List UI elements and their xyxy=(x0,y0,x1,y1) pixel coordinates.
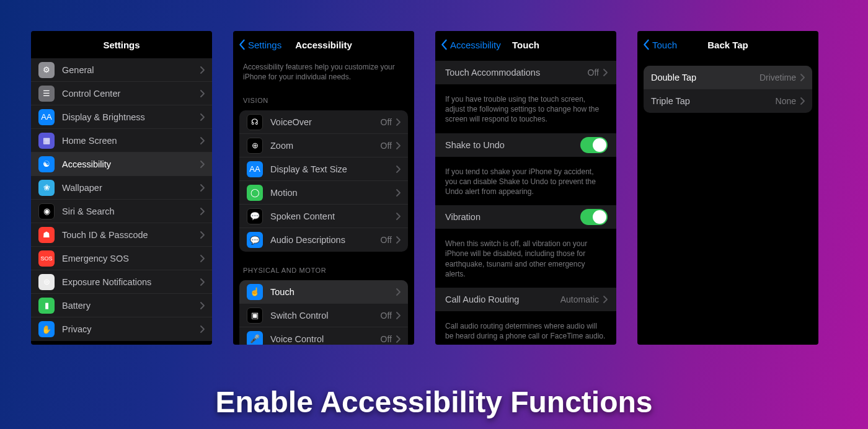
section-header: VISION xyxy=(233,88,414,108)
chevron-right-icon xyxy=(396,213,401,220)
chevron-right-icon xyxy=(603,69,608,76)
caption: Enable Accessibility Functions xyxy=(0,385,868,419)
settings-row[interactable]: ▣Switch ControlOff xyxy=(239,304,408,327)
settings-row[interactable]: ❀Wallpaper xyxy=(31,176,212,200)
row-label: Double Tap xyxy=(651,73,760,82)
settings-row[interactable]: 💬Spoken Content xyxy=(239,205,408,228)
app-icon: 💬 xyxy=(247,208,263,224)
row-label: Touch ID & Passcode xyxy=(62,230,200,240)
settings-row[interactable]: Touch AccommodationsOff xyxy=(435,61,616,84)
row-value: Off xyxy=(381,334,392,344)
back-button[interactable]: Accessibility xyxy=(440,39,501,50)
settings-row[interactable]: ▦Home Screen xyxy=(31,129,212,153)
settings-row[interactable]: ⚙General xyxy=(31,58,212,82)
app-icon: 💬 xyxy=(247,232,263,248)
app-icon: ⊕ xyxy=(247,138,263,154)
app-icon: ❀ xyxy=(38,180,55,196)
chevron-right-icon xyxy=(200,231,205,239)
settings-row[interactable]: Triple TapNone xyxy=(644,89,812,113)
settings-row[interactable]: ☊VoiceOverOff xyxy=(239,110,408,134)
screen-backtap: Touch Back Tap Double TapDrivetimeTriple… xyxy=(637,31,818,345)
chevron-right-icon xyxy=(200,278,205,286)
settings-row[interactable]: Vibration xyxy=(435,205,616,229)
row-value: Off xyxy=(381,311,392,321)
section-description: When this switch is off, all vibration o… xyxy=(435,235,616,285)
settings-row[interactable]: ◉Siri & Search xyxy=(31,200,212,223)
screen-accessibility: Settings Accessibility Accessibility fea… xyxy=(233,31,414,345)
app-icon: AA xyxy=(247,161,263,177)
section-description: Accessibility features help you customiz… xyxy=(233,58,414,88)
row-label: Display & Text Size xyxy=(270,164,396,174)
chevron-right-icon xyxy=(200,184,205,192)
page-title: Settings xyxy=(31,40,212,50)
settings-row[interactable]: SOSEmergency SOS xyxy=(31,247,212,270)
settings-row[interactable]: ⊕ZoomOff xyxy=(239,134,408,157)
chevron-right-icon xyxy=(200,90,205,97)
screen-settings: Settings ⚙General☰Control CenterAADispla… xyxy=(31,31,212,345)
chevron-right-icon xyxy=(396,312,401,319)
row-label: Shake to Undo xyxy=(445,140,580,150)
settings-row[interactable]: Call Audio RoutingAutomatic xyxy=(435,288,616,311)
row-label: Accessibility xyxy=(62,159,200,169)
settings-row[interactable]: ✋Privacy xyxy=(31,317,212,341)
section-description: If you tend to shake your iPhone by acci… xyxy=(435,163,616,203)
settings-row[interactable]: ☰Control Center xyxy=(31,82,212,105)
chevron-right-icon xyxy=(603,296,608,303)
chevron-right-icon xyxy=(800,97,805,105)
row-value: Off xyxy=(381,235,392,245)
chevron-right-icon xyxy=(200,255,205,262)
row-value: Off xyxy=(381,141,392,151)
back-label: Settings xyxy=(248,40,281,50)
chevron-right-icon xyxy=(396,236,401,244)
nav-bar: Accessibility Touch xyxy=(435,31,616,58)
app-icon: ☰ xyxy=(38,86,55,102)
row-label: Switch Control xyxy=(270,311,381,321)
nav-bar: Touch Back Tap xyxy=(637,31,818,58)
settings-row[interactable]: 💬Audio DescriptionsOff xyxy=(239,228,408,252)
settings-row[interactable]: Shake to Undo xyxy=(435,133,616,157)
nav-bar: Settings Accessibility xyxy=(233,31,414,58)
settings-row[interactable]: ◯Motion xyxy=(239,181,408,205)
chevron-right-icon xyxy=(800,74,805,81)
row-value: Off xyxy=(588,68,599,77)
chevron-right-icon xyxy=(200,325,205,333)
back-button[interactable]: Settings xyxy=(238,39,281,50)
row-value: Automatic xyxy=(560,294,599,304)
app-icon: ☗ xyxy=(38,227,55,243)
app-icon: ✋ xyxy=(38,321,55,337)
settings-row[interactable]: ☝Touch xyxy=(239,280,408,304)
settings-row[interactable]: ⊚Exposure Notifications xyxy=(31,270,212,294)
row-label: Privacy xyxy=(62,324,200,334)
settings-row[interactable]: Double TapDrivetime xyxy=(644,66,812,89)
row-label: Touch xyxy=(270,287,396,297)
chevron-right-icon xyxy=(200,161,205,168)
settings-row[interactable]: ☯Accessibility xyxy=(31,153,212,176)
toggle-switch[interactable] xyxy=(580,209,608,225)
row-label: Touch Accommodations xyxy=(445,68,588,77)
back-label: Touch xyxy=(652,40,677,50)
app-icon: ☊ xyxy=(247,114,263,130)
settings-row[interactable]: 🎤Voice ControlOff xyxy=(239,327,408,345)
row-value: None xyxy=(776,96,796,106)
app-icon: ⊚ xyxy=(38,274,55,290)
settings-row[interactable]: AADisplay & Text Size xyxy=(239,157,408,181)
section-description: Call audio routing determines where audi… xyxy=(435,317,616,345)
settings-row[interactable]: ☗Touch ID & Passcode xyxy=(31,223,212,247)
row-label: General xyxy=(62,65,200,75)
app-icon: ◯ xyxy=(247,185,263,201)
screen-touch: Accessibility Touch Touch Accommodations… xyxy=(435,31,616,345)
toggle-switch[interactable] xyxy=(580,137,608,153)
settings-row[interactable]: ▮Battery xyxy=(31,294,212,317)
row-label: Exposure Notifications xyxy=(62,277,200,287)
row-label: Home Screen xyxy=(62,136,200,146)
row-value: Off xyxy=(381,117,392,127)
chevron-right-icon xyxy=(396,118,401,126)
app-icon: SOS xyxy=(38,250,55,267)
back-label: Accessibility xyxy=(450,40,501,50)
settings-row[interactable]: AADisplay & Brightness xyxy=(31,105,212,129)
chevron-right-icon xyxy=(396,142,401,149)
row-label: Vibration xyxy=(445,212,580,222)
back-button[interactable]: Touch xyxy=(642,39,677,50)
row-label: VoiceOver xyxy=(270,117,381,127)
section-description: If you have trouble using the touch scre… xyxy=(435,91,616,131)
